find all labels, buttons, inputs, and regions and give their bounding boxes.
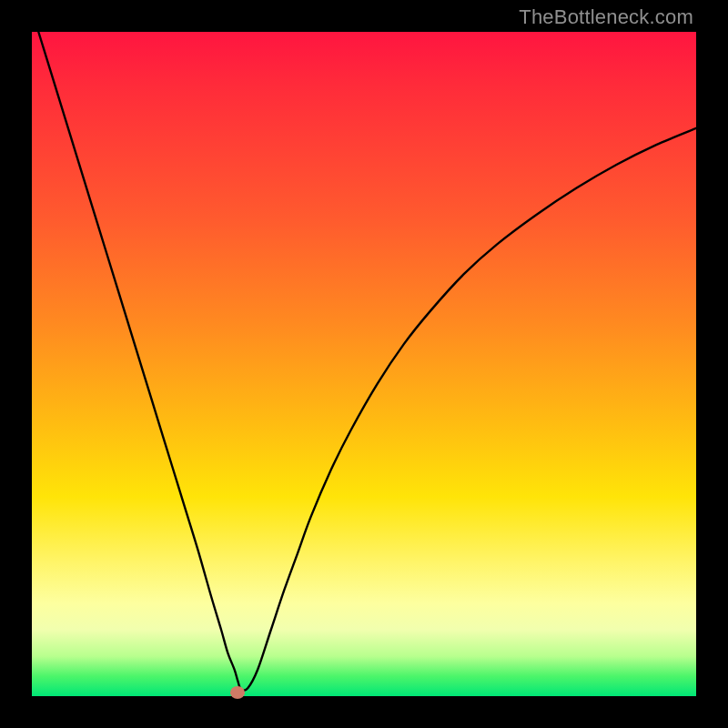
plot-area bbox=[32, 32, 696, 696]
chart-frame: TheBottleneck.com bbox=[0, 0, 728, 728]
curve-path bbox=[38, 32, 696, 691]
optimal-point-marker bbox=[230, 686, 245, 699]
bottleneck-curve bbox=[32, 32, 696, 696]
attribution-label: TheBottleneck.com bbox=[519, 5, 693, 29]
